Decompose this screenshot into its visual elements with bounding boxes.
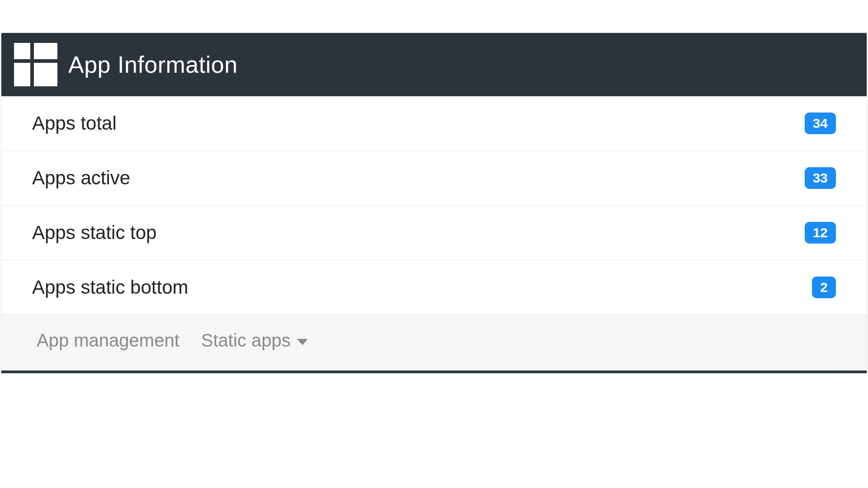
svg-rect-3 bbox=[34, 63, 57, 86]
stat-label-apps-static-bottom: Apps static bottom bbox=[32, 277, 189, 298]
app-management-label: App management bbox=[37, 330, 179, 351]
grid-icon bbox=[14, 43, 57, 86]
stat-badge-apps-static-bottom: 2 bbox=[812, 277, 836, 298]
list-item: Apps total 34 bbox=[1, 96, 867, 151]
panel-title: App Information bbox=[68, 51, 238, 78]
stat-label-apps-total: Apps total bbox=[32, 113, 117, 134]
app-info-panel: App Information Apps total 34 Apps activ… bbox=[1, 33, 867, 373]
panel-header: App Information bbox=[1, 33, 867, 96]
static-apps-label: Static apps bbox=[201, 330, 291, 351]
svg-rect-0 bbox=[14, 43, 30, 59]
svg-rect-1 bbox=[34, 43, 57, 59]
stat-badge-apps-total: 34 bbox=[805, 113, 836, 134]
stat-label-apps-static-top: Apps static top bbox=[32, 222, 156, 244]
svg-rect-2 bbox=[14, 63, 30, 86]
stats-list: Apps total 34 Apps active 33 Apps static… bbox=[1, 96, 867, 314]
list-item: Apps active 33 bbox=[1, 151, 867, 206]
list-item: Apps static top 12 bbox=[1, 206, 867, 260]
list-item: Apps static bottom 2 bbox=[1, 260, 867, 314]
stat-badge-apps-active: 33 bbox=[805, 167, 836, 189]
panel-footer: App management Static apps bbox=[1, 314, 867, 371]
stat-badge-apps-static-top: 12 bbox=[805, 222, 836, 244]
caret-down-icon bbox=[297, 339, 308, 345]
static-apps-dropdown[interactable]: Static apps bbox=[201, 330, 308, 351]
app-management-link[interactable]: App management bbox=[37, 330, 179, 351]
stat-label-apps-active: Apps active bbox=[32, 167, 130, 189]
